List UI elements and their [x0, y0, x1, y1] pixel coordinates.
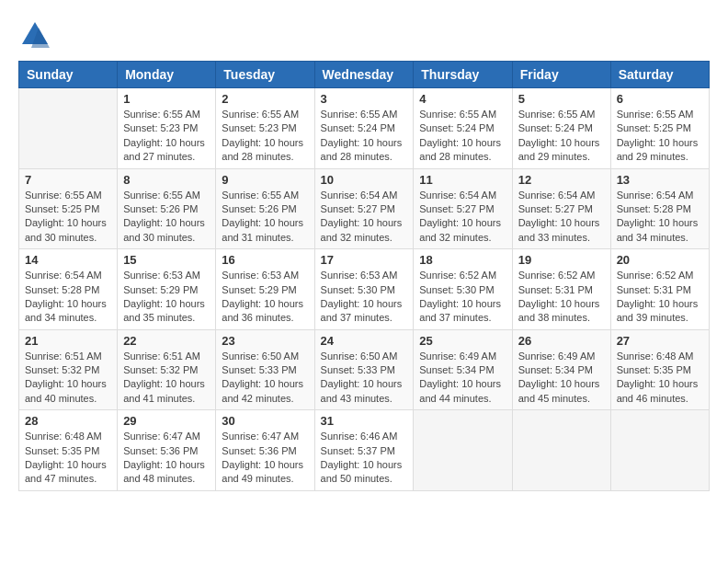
calendar-cell: 8Sunrise: 6:55 AM Sunset: 5:26 PM Daylig… — [118, 168, 216, 249]
calendar-cell: 7Sunrise: 6:55 AM Sunset: 5:25 PM Daylig… — [19, 168, 118, 249]
cell-info: Sunrise: 6:55 AM Sunset: 5:24 PM Dayligh… — [321, 108, 408, 165]
day-number: 8 — [123, 173, 210, 187]
day-number: 24 — [321, 334, 408, 348]
day-number: 3 — [321, 92, 408, 106]
cell-info: Sunrise: 6:54 AM Sunset: 5:28 PM Dayligh… — [25, 269, 111, 326]
calendar-cell: 19Sunrise: 6:52 AM Sunset: 5:31 PM Dayli… — [512, 249, 610, 330]
cell-info: Sunrise: 6:51 AM Sunset: 5:32 PM Dayligh… — [123, 350, 210, 407]
day-number: 15 — [123, 253, 210, 267]
cell-info: Sunrise: 6:52 AM Sunset: 5:30 PM Dayligh… — [419, 269, 506, 326]
calendar-cell: 11Sunrise: 6:54 AM Sunset: 5:27 PM Dayli… — [414, 168, 512, 249]
cell-info: Sunrise: 6:55 AM Sunset: 5:26 PM Dayligh… — [123, 189, 210, 246]
day-number: 17 — [321, 253, 408, 267]
cell-info: Sunrise: 6:54 AM Sunset: 5:27 PM Dayligh… — [518, 189, 605, 246]
calendar-cell: 28Sunrise: 6:48 AM Sunset: 5:35 PM Dayli… — [19, 410, 118, 491]
logo-icon — [18, 18, 51, 52]
cell-info: Sunrise: 6:55 AM Sunset: 5:23 PM Dayligh… — [222, 108, 308, 165]
day-number: 30 — [222, 414, 308, 428]
day-number: 19 — [518, 253, 605, 267]
calendar-cell: 2Sunrise: 6:55 AM Sunset: 5:23 PM Daylig… — [216, 88, 314, 169]
calendar-cell: 12Sunrise: 6:54 AM Sunset: 5:27 PM Dayli… — [512, 168, 610, 249]
weekday-header-thursday: Thursday — [414, 62, 512, 88]
calendar-cell: 22Sunrise: 6:51 AM Sunset: 5:32 PM Dayli… — [118, 329, 216, 410]
weekday-header-tuesday: Tuesday — [216, 62, 314, 88]
cell-info: Sunrise: 6:55 AM Sunset: 5:23 PM Dayligh… — [123, 108, 210, 165]
cell-info: Sunrise: 6:49 AM Sunset: 5:34 PM Dayligh… — [518, 350, 605, 407]
calendar-cell: 13Sunrise: 6:54 AM Sunset: 5:28 PM Dayli… — [610, 168, 709, 249]
calendar-cell: 1Sunrise: 6:55 AM Sunset: 5:23 PM Daylig… — [118, 88, 216, 169]
day-number: 28 — [25, 414, 111, 428]
cell-info: Sunrise: 6:53 AM Sunset: 5:29 PM Dayligh… — [222, 269, 308, 326]
day-number: 23 — [222, 334, 308, 348]
weekday-header-sunday: Sunday — [19, 62, 118, 88]
calendar: SundayMondayTuesdayWednesdayThursdayFrid… — [18, 61, 710, 491]
calendar-week-row: 21Sunrise: 6:51 AM Sunset: 5:32 PM Dayli… — [19, 329, 710, 410]
calendar-cell: 15Sunrise: 6:53 AM Sunset: 5:29 PM Dayli… — [118, 249, 216, 330]
calendar-cell: 20Sunrise: 6:52 AM Sunset: 5:31 PM Dayli… — [610, 249, 709, 330]
cell-info: Sunrise: 6:47 AM Sunset: 5:36 PM Dayligh… — [222, 430, 308, 487]
calendar-week-row: 14Sunrise: 6:54 AM Sunset: 5:28 PM Dayli… — [19, 249, 710, 330]
calendar-cell: 3Sunrise: 6:55 AM Sunset: 5:24 PM Daylig… — [314, 88, 414, 169]
cell-info: Sunrise: 6:50 AM Sunset: 5:33 PM Dayligh… — [321, 350, 408, 407]
day-number: 13 — [617, 173, 703, 187]
weekday-header-wednesday: Wednesday — [314, 62, 414, 88]
cell-info: Sunrise: 6:55 AM Sunset: 5:25 PM Dayligh… — [617, 108, 703, 165]
weekday-header-saturday: Saturday — [610, 62, 709, 88]
calendar-cell: 14Sunrise: 6:54 AM Sunset: 5:28 PM Dayli… — [19, 249, 118, 330]
day-number: 29 — [123, 414, 210, 428]
day-number: 7 — [25, 173, 111, 187]
day-number: 20 — [617, 253, 703, 267]
calendar-cell: 9Sunrise: 6:55 AM Sunset: 5:26 PM Daylig… — [216, 168, 314, 249]
day-number: 14 — [25, 253, 111, 267]
header — [18, 18, 710, 52]
cell-info: Sunrise: 6:52 AM Sunset: 5:31 PM Dayligh… — [617, 269, 703, 326]
cell-info: Sunrise: 6:53 AM Sunset: 5:29 PM Dayligh… — [123, 269, 210, 326]
day-number: 12 — [518, 173, 605, 187]
cell-info: Sunrise: 6:54 AM Sunset: 5:27 PM Dayligh… — [419, 189, 506, 246]
calendar-cell: 24Sunrise: 6:50 AM Sunset: 5:33 PM Dayli… — [314, 329, 414, 410]
cell-info: Sunrise: 6:49 AM Sunset: 5:34 PM Dayligh… — [419, 350, 506, 407]
calendar-cell: 23Sunrise: 6:50 AM Sunset: 5:33 PM Dayli… — [216, 329, 314, 410]
day-number: 22 — [123, 334, 210, 348]
cell-info: Sunrise: 6:48 AM Sunset: 5:35 PM Dayligh… — [617, 350, 703, 407]
calendar-header-row: SundayMondayTuesdayWednesdayThursdayFrid… — [19, 62, 710, 88]
calendar-cell — [414, 410, 512, 491]
day-number: 25 — [419, 334, 506, 348]
day-number: 21 — [25, 334, 111, 348]
calendar-cell: 21Sunrise: 6:51 AM Sunset: 5:32 PM Dayli… — [19, 329, 118, 410]
calendar-cell: 26Sunrise: 6:49 AM Sunset: 5:34 PM Dayli… — [512, 329, 610, 410]
day-number: 31 — [321, 414, 408, 428]
calendar-cell: 17Sunrise: 6:53 AM Sunset: 5:30 PM Dayli… — [314, 249, 414, 330]
calendar-cell — [610, 410, 709, 491]
calendar-cell: 10Sunrise: 6:54 AM Sunset: 5:27 PM Dayli… — [314, 168, 414, 249]
calendar-cell: 6Sunrise: 6:55 AM Sunset: 5:25 PM Daylig… — [610, 88, 709, 169]
day-number: 10 — [321, 173, 408, 187]
calendar-week-row: 1Sunrise: 6:55 AM Sunset: 5:23 PM Daylig… — [19, 88, 710, 169]
calendar-cell: 31Sunrise: 6:46 AM Sunset: 5:37 PM Dayli… — [314, 410, 414, 491]
weekday-header-monday: Monday — [118, 62, 216, 88]
calendar-week-row: 7Sunrise: 6:55 AM Sunset: 5:25 PM Daylig… — [19, 168, 710, 249]
calendar-cell: 4Sunrise: 6:55 AM Sunset: 5:24 PM Daylig… — [414, 88, 512, 169]
calendar-cell: 27Sunrise: 6:48 AM Sunset: 5:35 PM Dayli… — [610, 329, 709, 410]
cell-info: Sunrise: 6:53 AM Sunset: 5:30 PM Dayligh… — [321, 269, 408, 326]
cell-info: Sunrise: 6:55 AM Sunset: 5:24 PM Dayligh… — [518, 108, 605, 165]
logo — [18, 18, 57, 52]
calendar-week-row: 28Sunrise: 6:48 AM Sunset: 5:35 PM Dayli… — [19, 410, 710, 491]
calendar-cell: 30Sunrise: 6:47 AM Sunset: 5:36 PM Dayli… — [216, 410, 314, 491]
day-number: 2 — [222, 92, 308, 106]
cell-info: Sunrise: 6:52 AM Sunset: 5:31 PM Dayligh… — [518, 269, 605, 326]
day-number: 1 — [123, 92, 210, 106]
calendar-cell: 29Sunrise: 6:47 AM Sunset: 5:36 PM Dayli… — [118, 410, 216, 491]
weekday-header-friday: Friday — [512, 62, 610, 88]
day-number: 9 — [222, 173, 308, 187]
cell-info: Sunrise: 6:50 AM Sunset: 5:33 PM Dayligh… — [222, 350, 308, 407]
day-number: 6 — [617, 92, 703, 106]
cell-info: Sunrise: 6:48 AM Sunset: 5:35 PM Dayligh… — [25, 430, 111, 487]
cell-info: Sunrise: 6:54 AM Sunset: 5:27 PM Dayligh… — [321, 189, 408, 246]
cell-info: Sunrise: 6:55 AM Sunset: 5:24 PM Dayligh… — [419, 108, 506, 165]
calendar-cell: 25Sunrise: 6:49 AM Sunset: 5:34 PM Dayli… — [414, 329, 512, 410]
cell-info: Sunrise: 6:55 AM Sunset: 5:26 PM Dayligh… — [222, 189, 308, 246]
calendar-cell: 5Sunrise: 6:55 AM Sunset: 5:24 PM Daylig… — [512, 88, 610, 169]
cell-info: Sunrise: 6:51 AM Sunset: 5:32 PM Dayligh… — [25, 350, 111, 407]
calendar-cell — [512, 410, 610, 491]
